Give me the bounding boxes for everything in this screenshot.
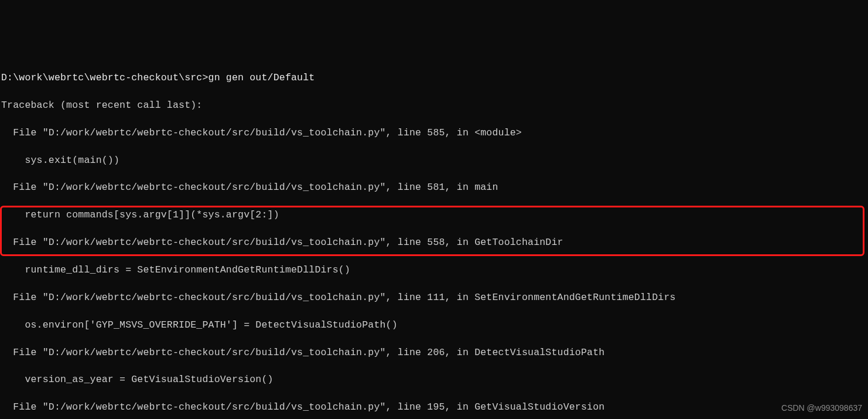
tb-code: runtime_dll_dirs = SetEnvironmentAndGetR… (1, 263, 867, 277)
watermark: CSDN @w993098637 (781, 403, 862, 414)
tb-code: return commands[sys.argv[1]](*sys.argv[2… (1, 208, 867, 222)
traceback-header: Traceback (most recent call last): (1, 98, 867, 112)
tb-code: version_as_year = GetVisualStudioVersion… (1, 373, 867, 386)
tb-code: os.environ['GYP_MSVS_OVERRIDE_PATH'] = D… (1, 318, 867, 332)
command-line: D:\work\webrtc\webrtc-checkout\src>gn ge… (1, 71, 867, 84)
tb-code: sys.exit(main()) (1, 154, 867, 167)
tb-file: File "D:/work/webrtc/webrtc-checkout/src… (1, 400, 867, 414)
tb-file: File "D:/work/webrtc/webrtc-checkout/src… (1, 236, 867, 249)
tb-file: File "D:/work/webrtc/webrtc-checkout/src… (1, 126, 867, 139)
tb-file: File "D:/work/webrtc/webrtc-checkout/src… (1, 291, 867, 304)
terminal-output[interactable]: D:\work\webrtc\webrtc-checkout\src>gn ge… (0, 55, 868, 419)
tb-file: File "D:/work/webrtc/webrtc-checkout/src… (1, 346, 867, 359)
tb-file: File "D:/work/webrtc/webrtc-checkout/src… (1, 180, 867, 194)
